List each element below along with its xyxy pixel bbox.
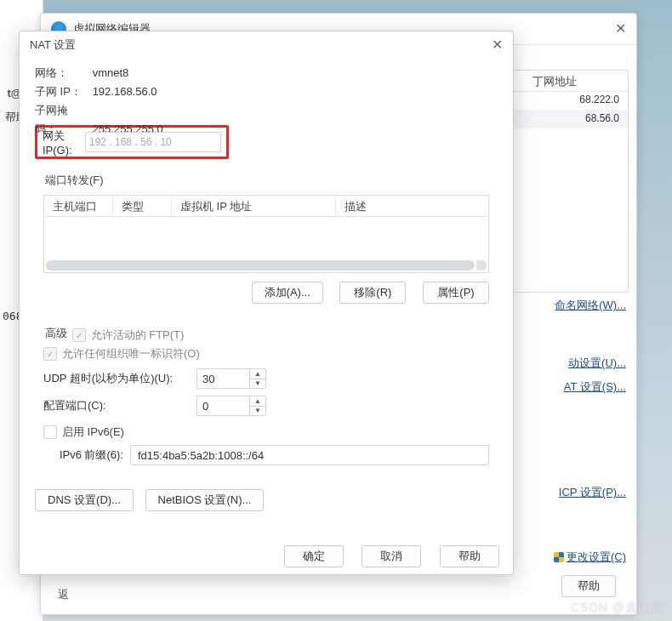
subnet-ip-value: 192.168.56.0 — [93, 85, 157, 98]
nat-settings-link[interactable]: AT 设置(S)... — [532, 379, 626, 395]
udp-timeout-label: UDP 超时(以秒为单位)(U): — [43, 371, 196, 386]
row-addr: 68.56.0 — [585, 112, 619, 124]
auto-settings-link[interactable]: 动设置(U)... — [532, 356, 626, 371]
advanced-legend: 高级 — [43, 327, 69, 339]
watermark: CSDN @袁既望 — [571, 601, 663, 616]
col-type: 类型 — [113, 196, 172, 216]
shield-icon — [554, 552, 564, 562]
chevron-down-icon[interactable]: ▼ — [250, 379, 265, 389]
close-icon[interactable]: ✕ — [615, 14, 626, 44]
netbios-settings-button[interactable]: NetBIOS 设置(N)... — [145, 489, 265, 511]
allow-active-ftp-checkbox[interactable]: ✓ 允许活动的 FTP(T) — [72, 328, 185, 343]
properties-button[interactable]: 属性(P) — [423, 282, 489, 304]
config-port-stepper[interactable]: ▲▼ — [196, 396, 266, 416]
udp-timeout-stepper[interactable]: ▲▼ — [196, 368, 266, 389]
allow-any-oui-checkbox[interactable]: ✓ 允许任何组织唯一标识符(O) — [43, 346, 200, 362]
row-addr: 68.222.0 — [579, 94, 619, 105]
allow-any-oui-label: 允许任何组织唯一标识符(O) — [62, 346, 200, 362]
remove-button[interactable]: 移除(R) — [339, 282, 406, 304]
cancel-button[interactable]: 取消 — [362, 545, 421, 567]
gateway-ip-input[interactable] — [85, 132, 221, 152]
config-port-label: 配置端口(C): — [43, 398, 196, 413]
enable-ipv6-checkbox[interactable]: ✓ 启用 IPv6(E) — [43, 424, 124, 440]
check-icon: ✓ — [72, 328, 86, 342]
rename-network-link[interactable]: 命名网络(W)... — [532, 298, 626, 313]
chevron-down-icon[interactable]: ▼ — [250, 407, 265, 416]
close-icon[interactable]: ✕ — [492, 31, 503, 59]
port-forwarding-legend: 端口转发(F) — [43, 174, 105, 186]
chevron-up-icon[interactable]: ▲ — [250, 369, 265, 379]
ipv6-prefix-label: IPv6 前缀(6): — [43, 447, 123, 463]
col-desc: 描述 — [336, 196, 488, 216]
check-icon: ✓ — [43, 347, 57, 361]
network-label: 网络： — [35, 64, 89, 83]
config-port-input[interactable] — [196, 396, 249, 416]
add-button[interactable]: 添加(A)... — [252, 282, 323, 304]
dns-settings-button[interactable]: DNS 设置(D)... — [35, 489, 134, 511]
help-button[interactable]: 帮助 — [440, 545, 499, 567]
back-label-trunc: 返 — [58, 587, 69, 602]
allow-active-ftp-label: 允许活动的 FTP(T) — [91, 328, 185, 343]
ok-button[interactable]: 确定 — [284, 545, 344, 567]
nat-settings-dialog: NAT 设置 ✕ 网络： vmnet8 子网 IP： 192.168.56.0 … — [19, 31, 514, 575]
change-settings-link[interactable]: 更改设置(C) — [532, 550, 626, 565]
enable-ipv6-label: 启用 IPv6(E) — [62, 424, 124, 440]
col-subnet-addr: 丁网地址 — [526, 71, 628, 89]
col-vm-ip: 虚拟机 IP 地址 — [172, 196, 336, 216]
port-forwarding-fieldset: 端口转发(F) 主机端口 类型 虚拟机 IP 地址 描述 添加(A)... 移除… — [35, 168, 498, 314]
col-host-port: 主机端口 — [44, 196, 113, 216]
port-forwarding-grid[interactable]: 主机端口 类型 虚拟机 IP 地址 描述 — [43, 195, 489, 273]
scrollbar-right-icon[interactable] — [476, 260, 487, 271]
advanced-fieldset: 高级 ✓ 允许活动的 FTP(T) ✓ 允许任何组织唯一标识符(O) UDP 超… — [35, 317, 498, 476]
nat-dialog-title: NAT 设置 — [30, 31, 76, 59]
gateway-ip-label: 网关 IP(G): — [43, 128, 80, 157]
chevron-up-icon[interactable]: ▲ — [250, 396, 265, 407]
network-value: vmnet8 — [93, 66, 129, 79]
check-icon: ✓ — [43, 425, 57, 439]
help-button[interactable]: 帮助 — [561, 575, 616, 597]
udp-timeout-input[interactable] — [196, 368, 249, 389]
scrollbar-thumb[interactable] — [46, 260, 475, 271]
dhcp-settings-link[interactable]: ICP 设置(P)... — [532, 485, 626, 500]
subnet-ip-label: 子网 IP： — [35, 83, 89, 101]
ipv6-prefix-input[interactable] — [130, 445, 489, 465]
